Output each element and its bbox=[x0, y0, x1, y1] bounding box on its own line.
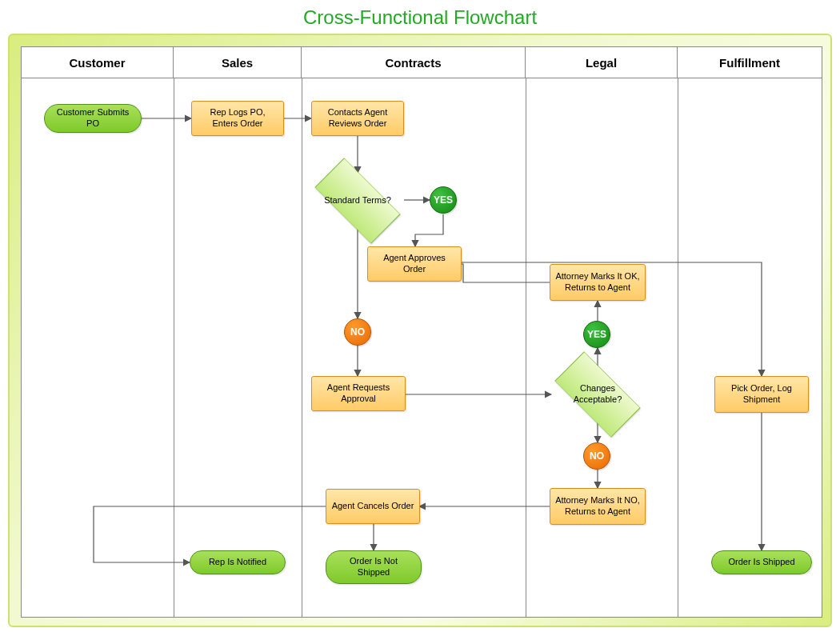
lane-divider bbox=[174, 78, 174, 618]
edges-layer bbox=[22, 78, 822, 618]
swimlane-board: Customer Sales Contracts Legal Fulfillme… bbox=[21, 46, 822, 618]
node-reviews-order: Contacts Agent Reviews Order bbox=[311, 101, 404, 136]
node-rep-logs-po: Rep Logs PO, Enters Order bbox=[191, 101, 284, 136]
outer-frame: Customer Sales Contracts Legal Fulfillme… bbox=[8, 34, 832, 627]
lane-divider bbox=[678, 78, 678, 618]
connector-yes-changes: YES bbox=[583, 321, 610, 348]
node-changes-acceptable-decision: Changes Acceptable? bbox=[554, 366, 642, 422]
chart-title: Cross-Functional Flowchart bbox=[0, 6, 840, 29]
decision-label: Changes Acceptable? bbox=[554, 366, 642, 422]
node-agent-approves-order: Agent Approves Order bbox=[367, 246, 462, 282]
lane-divider bbox=[526, 78, 526, 618]
lane-divider bbox=[302, 78, 302, 618]
connector-no-standard-terms: NO bbox=[344, 318, 371, 346]
lane-header-customer: Customer bbox=[22, 47, 174, 78]
node-pick-order: Pick Order, Log Shipment bbox=[714, 376, 809, 413]
lane-header-legal: Legal bbox=[526, 47, 678, 78]
node-order-shipped: Order Is Shipped bbox=[711, 550, 812, 574]
decision-label: Standard Terms? bbox=[314, 173, 402, 229]
connector-no-changes: NO bbox=[583, 442, 610, 470]
lane-header-sales: Sales bbox=[174, 47, 302, 78]
node-order-not-shipped: Order Is Not Shipped bbox=[326, 550, 422, 584]
lanes-header: Customer Sales Contracts Legal Fulfillme… bbox=[22, 47, 822, 78]
node-attorney-ok: Attorney Marks It OK, Returns to Agent bbox=[550, 264, 646, 301]
lanes-body: Customer Submits PO Rep Logs PO, Enters … bbox=[22, 78, 822, 618]
node-customer-submits-po: Customer Submits PO bbox=[44, 104, 142, 133]
connector-yes-standard-terms: YES bbox=[430, 186, 457, 214]
lane-header-fulfillment: Fulfillment bbox=[678, 47, 822, 78]
node-rep-notified: Rep Is Notified bbox=[190, 550, 286, 574]
node-agent-cancels-order: Agent Cancels Order bbox=[326, 489, 420, 524]
node-agent-requests-approval: Agent Requests Approval bbox=[311, 376, 406, 411]
node-standard-terms-decision: Standard Terms? bbox=[314, 173, 402, 229]
node-attorney-no: Attorney Marks It NO, Returns to Agent bbox=[550, 488, 646, 525]
lane-header-contracts: Contracts bbox=[302, 47, 526, 78]
